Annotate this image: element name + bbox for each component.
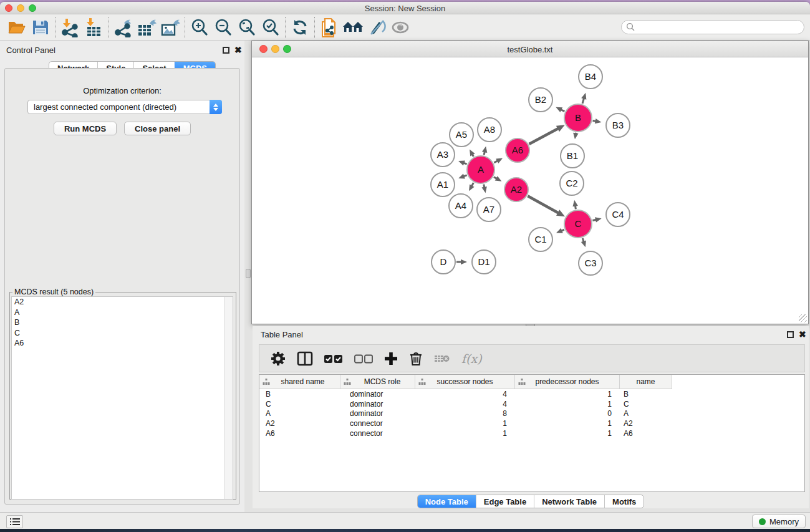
import-network-icon[interactable]	[58, 17, 82, 38]
network-graph[interactable]: B4B2BB3A5A8A6B1A3AC2A1A2A4A7C4CC1C3DD1	[252, 57, 808, 324]
show-details-icon[interactable]	[388, 17, 412, 38]
export-network-icon[interactable]	[111, 17, 135, 38]
mcds-result-item[interactable]: C	[12, 328, 233, 339]
graph-edge-arrowhead	[581, 240, 586, 247]
export-image-icon[interactable]	[158, 17, 182, 38]
mcds-result-item[interactable]: A6	[12, 338, 233, 349]
mcds-result-item[interactable]: A2	[12, 297, 233, 307]
table-cell: 4	[415, 400, 515, 409]
export-table-icon[interactable]	[135, 17, 158, 38]
close-panel-icon[interactable]: ✖	[234, 47, 242, 54]
graph-edge-arrowhead	[595, 217, 602, 222]
add-icon[interactable]	[384, 352, 398, 365]
toolbar-separator	[314, 17, 315, 38]
tab-node-table[interactable]: Node Table	[418, 495, 476, 508]
delete-icon[interactable]	[409, 351, 423, 366]
resize-grip-icon[interactable]	[799, 314, 807, 322]
table-cell: 1	[415, 429, 515, 438]
list-scrollbar[interactable]	[224, 297, 233, 499]
hide-labels-icon[interactable]	[365, 17, 388, 38]
graph-node-label: A7	[483, 204, 494, 215]
table-row[interactable]: A2connector11A2	[259, 418, 804, 428]
memory-button[interactable]: Memory	[752, 515, 806, 528]
graph-edge-arrowhead	[461, 259, 467, 265]
graph-edge-arrowhead	[572, 200, 577, 207]
node-table: shared name MCDS role successor nodes pr…	[259, 374, 805, 492]
table-cell: A	[620, 409, 672, 418]
graph-node-label: A	[478, 164, 484, 175]
table-cell: dominator	[340, 409, 415, 418]
column-header-successor-nodes[interactable]: successor nodes	[415, 375, 515, 389]
graph-node-label: B	[575, 112, 581, 123]
graph-node-label: C4	[612, 209, 624, 220]
main-toolbar	[0, 14, 810, 41]
mcds-result-title: MCDS result (5 nodes)	[12, 288, 95, 296]
column-header-mcds-role[interactable]: MCDS role	[340, 375, 415, 389]
graph-edge-A2-C[interactable]	[528, 196, 559, 213]
run-mcds-button[interactable]: Run MCDS	[54, 122, 117, 135]
sort-icon	[263, 378, 270, 385]
graph-edge-arrowhead	[482, 146, 487, 153]
delete-table-icon[interactable]	[434, 353, 450, 364]
dropdown-stepper-icon	[210, 100, 222, 114]
gear-icon[interactable]	[271, 351, 286, 366]
deselect-all-icon[interactable]	[354, 354, 373, 364]
search-input[interactable]	[621, 20, 804, 34]
graph-node-label: A4	[455, 200, 466, 211]
graph-edge-A6-B[interactable]	[529, 128, 559, 145]
columns-icon[interactable]	[297, 351, 313, 366]
tab-edge-table[interactable]: Edge Table	[476, 495, 534, 508]
zoom-in-icon[interactable]	[188, 17, 211, 38]
save-session-icon[interactable]	[29, 17, 52, 38]
table-row[interactable]: A6connector11A6	[259, 428, 804, 438]
table-cell: 1	[515, 400, 620, 409]
mcds-result-list[interactable]: A2ABCA6	[11, 296, 233, 500]
table-tabs: Node Table Edge Table Network Table Moti…	[253, 495, 809, 508]
criterion-dropdown[interactable]: largest connected component (directed)	[27, 100, 222, 114]
graph-node-label: C3	[584, 258, 596, 268]
graph-edge-arrowhead	[458, 173, 465, 178]
table-cell: 1	[415, 419, 515, 428]
home-icon[interactable]	[341, 17, 365, 38]
table-cell: A6	[259, 429, 340, 438]
control-panel: Control Panel ✖ Network Style Select MCD…	[0, 41, 244, 512]
graph-node-label: B2	[535, 94, 546, 105]
mcds-result-item[interactable]: B	[12, 317, 233, 328]
table-row[interactable]: Cdominator41C	[259, 399, 804, 409]
graph-node-label: C1	[534, 234, 546, 244]
table-cell: 1	[515, 390, 620, 399]
zoom-selected-icon[interactable]	[259, 17, 282, 38]
column-header-name[interactable]: name	[620, 375, 672, 389]
float-panel-icon[interactable]	[223, 47, 229, 54]
graph-node-label: A5	[456, 129, 467, 140]
mcds-result-item[interactable]: A	[12, 307, 233, 318]
tab-motifs[interactable]: Motifs	[604, 495, 644, 508]
vertical-divider-handle[interactable]	[246, 269, 251, 278]
open-session-icon[interactable]	[5, 17, 29, 38]
import-table-icon[interactable]	[82, 17, 105, 38]
tab-network-table[interactable]: Network Table	[534, 495, 604, 508]
float-table-panel-icon[interactable]	[787, 331, 794, 338]
table-cell: dominator	[340, 390, 415, 399]
zoom-fit-icon[interactable]	[235, 17, 259, 38]
select-all-icon[interactable]	[324, 354, 343, 364]
zoom-out-icon[interactable]	[211, 17, 235, 38]
close-table-panel-icon[interactable]: ✖	[799, 331, 806, 338]
network-window-title: testGlobe.txt	[252, 45, 808, 54]
table-row[interactable]: Adominator80A	[259, 409, 804, 418]
sort-icon	[344, 378, 351, 385]
refresh-icon[interactable]	[288, 17, 312, 38]
close-panel-button[interactable]: Close panel	[124, 122, 191, 135]
graph-node-label: A8	[484, 124, 495, 135]
graph-edge-arrowhead	[481, 186, 486, 193]
search-icon	[626, 22, 635, 32]
task-history-button[interactable]	[6, 515, 23, 528]
column-header-shared-name[interactable]: shared name	[259, 375, 340, 389]
table-cell: C	[620, 400, 672, 409]
function-builder-icon[interactable]: f(x)	[461, 352, 482, 365]
column-header-predecessor-nodes[interactable]: predecessor nodes	[515, 375, 620, 389]
table-row[interactable]: Bdominator41B	[259, 389, 804, 399]
table-toolbar: f(x)	[259, 344, 805, 372]
clone-network-icon[interactable]	[317, 17, 341, 38]
window-titlebar: Session: New Session	[0, 2, 810, 14]
